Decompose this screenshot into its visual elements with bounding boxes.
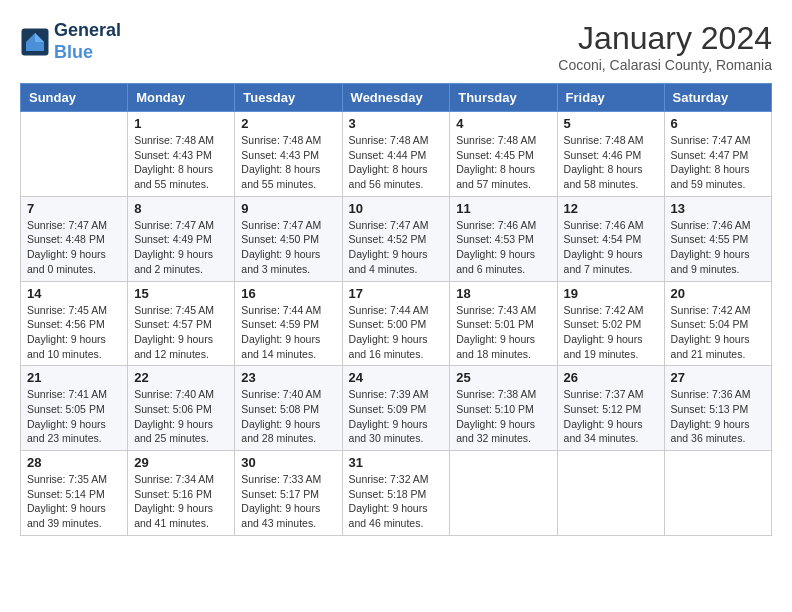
- day-number: 4: [456, 116, 550, 131]
- day-info: Sunrise: 7:36 AMSunset: 5:13 PMDaylight:…: [671, 387, 765, 446]
- calendar-week-row: 14Sunrise: 7:45 AMSunset: 4:56 PMDayligh…: [21, 281, 772, 366]
- calendar-cell: 8Sunrise: 7:47 AMSunset: 4:49 PMDaylight…: [128, 196, 235, 281]
- calendar-cell: 23Sunrise: 7:40 AMSunset: 5:08 PMDayligh…: [235, 366, 342, 451]
- calendar-cell: 17Sunrise: 7:44 AMSunset: 5:00 PMDayligh…: [342, 281, 450, 366]
- day-info: Sunrise: 7:39 AMSunset: 5:09 PMDaylight:…: [349, 387, 444, 446]
- day-info: Sunrise: 7:44 AMSunset: 4:59 PMDaylight:…: [241, 303, 335, 362]
- calendar-cell: 26Sunrise: 7:37 AMSunset: 5:12 PMDayligh…: [557, 366, 664, 451]
- day-info: Sunrise: 7:32 AMSunset: 5:18 PMDaylight:…: [349, 472, 444, 531]
- day-number: 13: [671, 201, 765, 216]
- day-number: 10: [349, 201, 444, 216]
- day-number: 12: [564, 201, 658, 216]
- calendar-cell: [21, 112, 128, 197]
- month-title: January 2024: [558, 20, 772, 57]
- day-number: 30: [241, 455, 335, 470]
- day-number: 24: [349, 370, 444, 385]
- day-info: Sunrise: 7:34 AMSunset: 5:16 PMDaylight:…: [134, 472, 228, 531]
- day-info: Sunrise: 7:35 AMSunset: 5:14 PMDaylight:…: [27, 472, 121, 531]
- page-header: General Blue January 2024 Coconi, Calara…: [20, 20, 772, 73]
- day-info: Sunrise: 7:48 AMSunset: 4:45 PMDaylight:…: [456, 133, 550, 192]
- day-info: Sunrise: 7:47 AMSunset: 4:47 PMDaylight:…: [671, 133, 765, 192]
- title-block: January 2024 Coconi, Calarasi County, Ro…: [558, 20, 772, 73]
- day-info: Sunrise: 7:42 AMSunset: 5:02 PMDaylight:…: [564, 303, 658, 362]
- day-number: 15: [134, 286, 228, 301]
- calendar-week-row: 1Sunrise: 7:48 AMSunset: 4:43 PMDaylight…: [21, 112, 772, 197]
- day-info: Sunrise: 7:46 AMSunset: 4:53 PMDaylight:…: [456, 218, 550, 277]
- day-info: Sunrise: 7:47 AMSunset: 4:49 PMDaylight:…: [134, 218, 228, 277]
- calendar-table: SundayMondayTuesdayWednesdayThursdayFrid…: [20, 83, 772, 536]
- calendar-header-sunday: Sunday: [21, 84, 128, 112]
- day-number: 22: [134, 370, 228, 385]
- location-subtitle: Coconi, Calarasi County, Romania: [558, 57, 772, 73]
- day-info: Sunrise: 7:37 AMSunset: 5:12 PMDaylight:…: [564, 387, 658, 446]
- day-info: Sunrise: 7:46 AMSunset: 4:54 PMDaylight:…: [564, 218, 658, 277]
- logo-line1: General: [54, 20, 121, 42]
- calendar-header-tuesday: Tuesday: [235, 84, 342, 112]
- calendar-cell: 1Sunrise: 7:48 AMSunset: 4:43 PMDaylight…: [128, 112, 235, 197]
- calendar-header-saturday: Saturday: [664, 84, 771, 112]
- calendar-cell: 10Sunrise: 7:47 AMSunset: 4:52 PMDayligh…: [342, 196, 450, 281]
- day-info: Sunrise: 7:48 AMSunset: 4:44 PMDaylight:…: [349, 133, 444, 192]
- calendar-cell: 11Sunrise: 7:46 AMSunset: 4:53 PMDayligh…: [450, 196, 557, 281]
- day-info: Sunrise: 7:33 AMSunset: 5:17 PMDaylight:…: [241, 472, 335, 531]
- day-info: Sunrise: 7:48 AMSunset: 4:43 PMDaylight:…: [241, 133, 335, 192]
- day-info: Sunrise: 7:45 AMSunset: 4:56 PMDaylight:…: [27, 303, 121, 362]
- calendar-week-row: 28Sunrise: 7:35 AMSunset: 5:14 PMDayligh…: [21, 451, 772, 536]
- calendar-header-friday: Friday: [557, 84, 664, 112]
- day-info: Sunrise: 7:47 AMSunset: 4:50 PMDaylight:…: [241, 218, 335, 277]
- day-number: 31: [349, 455, 444, 470]
- day-info: Sunrise: 7:47 AMSunset: 4:48 PMDaylight:…: [27, 218, 121, 277]
- calendar-cell: 29Sunrise: 7:34 AMSunset: 5:16 PMDayligh…: [128, 451, 235, 536]
- calendar-cell: 28Sunrise: 7:35 AMSunset: 5:14 PMDayligh…: [21, 451, 128, 536]
- day-number: 7: [27, 201, 121, 216]
- calendar-week-row: 7Sunrise: 7:47 AMSunset: 4:48 PMDaylight…: [21, 196, 772, 281]
- day-info: Sunrise: 7:48 AMSunset: 4:43 PMDaylight:…: [134, 133, 228, 192]
- calendar-cell: 2Sunrise: 7:48 AMSunset: 4:43 PMDaylight…: [235, 112, 342, 197]
- day-number: 11: [456, 201, 550, 216]
- day-info: Sunrise: 7:48 AMSunset: 4:46 PMDaylight:…: [564, 133, 658, 192]
- calendar-cell: [664, 451, 771, 536]
- calendar-cell: 5Sunrise: 7:48 AMSunset: 4:46 PMDaylight…: [557, 112, 664, 197]
- calendar-cell: 19Sunrise: 7:42 AMSunset: 5:02 PMDayligh…: [557, 281, 664, 366]
- day-info: Sunrise: 7:40 AMSunset: 5:08 PMDaylight:…: [241, 387, 335, 446]
- calendar-cell: 15Sunrise: 7:45 AMSunset: 4:57 PMDayligh…: [128, 281, 235, 366]
- calendar-cell: 4Sunrise: 7:48 AMSunset: 4:45 PMDaylight…: [450, 112, 557, 197]
- calendar-cell: 18Sunrise: 7:43 AMSunset: 5:01 PMDayligh…: [450, 281, 557, 366]
- day-number: 18: [456, 286, 550, 301]
- calendar-cell: [450, 451, 557, 536]
- calendar-header-wednesday: Wednesday: [342, 84, 450, 112]
- day-number: 8: [134, 201, 228, 216]
- day-info: Sunrise: 7:45 AMSunset: 4:57 PMDaylight:…: [134, 303, 228, 362]
- day-number: 16: [241, 286, 335, 301]
- calendar-cell: 24Sunrise: 7:39 AMSunset: 5:09 PMDayligh…: [342, 366, 450, 451]
- calendar-header-thursday: Thursday: [450, 84, 557, 112]
- logo-text: General Blue: [54, 20, 121, 63]
- day-number: 3: [349, 116, 444, 131]
- day-number: 23: [241, 370, 335, 385]
- day-info: Sunrise: 7:43 AMSunset: 5:01 PMDaylight:…: [456, 303, 550, 362]
- day-info: Sunrise: 7:38 AMSunset: 5:10 PMDaylight:…: [456, 387, 550, 446]
- day-number: 21: [27, 370, 121, 385]
- day-info: Sunrise: 7:42 AMSunset: 5:04 PMDaylight:…: [671, 303, 765, 362]
- calendar-cell: 21Sunrise: 7:41 AMSunset: 5:05 PMDayligh…: [21, 366, 128, 451]
- logo: General Blue: [20, 20, 121, 63]
- day-info: Sunrise: 7:40 AMSunset: 5:06 PMDaylight:…: [134, 387, 228, 446]
- calendar-cell: 9Sunrise: 7:47 AMSunset: 4:50 PMDaylight…: [235, 196, 342, 281]
- calendar-cell: 3Sunrise: 7:48 AMSunset: 4:44 PMDaylight…: [342, 112, 450, 197]
- day-number: 5: [564, 116, 658, 131]
- calendar-cell: 20Sunrise: 7:42 AMSunset: 5:04 PMDayligh…: [664, 281, 771, 366]
- calendar-cell: 7Sunrise: 7:47 AMSunset: 4:48 PMDaylight…: [21, 196, 128, 281]
- day-number: 9: [241, 201, 335, 216]
- logo-icon: [20, 27, 50, 57]
- calendar-cell: 13Sunrise: 7:46 AMSunset: 4:55 PMDayligh…: [664, 196, 771, 281]
- day-number: 14: [27, 286, 121, 301]
- calendar-cell: 31Sunrise: 7:32 AMSunset: 5:18 PMDayligh…: [342, 451, 450, 536]
- day-info: Sunrise: 7:47 AMSunset: 4:52 PMDaylight:…: [349, 218, 444, 277]
- day-number: 1: [134, 116, 228, 131]
- day-number: 29: [134, 455, 228, 470]
- day-number: 28: [27, 455, 121, 470]
- calendar-cell: 14Sunrise: 7:45 AMSunset: 4:56 PMDayligh…: [21, 281, 128, 366]
- calendar-cell: [557, 451, 664, 536]
- calendar-header-monday: Monday: [128, 84, 235, 112]
- day-number: 6: [671, 116, 765, 131]
